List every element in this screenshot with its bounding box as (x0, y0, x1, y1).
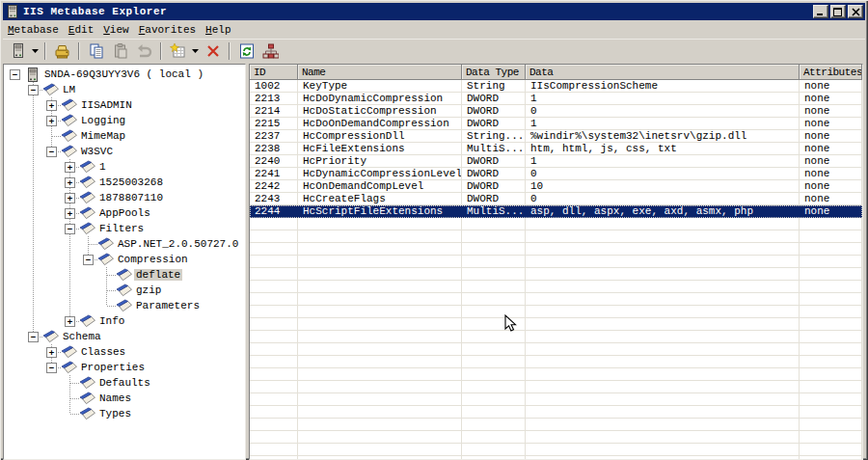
minimize-button[interactable] (813, 5, 828, 18)
tree-item-deflate[interactable]: deflate (4, 267, 245, 283)
list-row-empty[interactable] (250, 268, 862, 281)
tree-item-apppools[interactable]: +AppPools (4, 205, 245, 221)
new-key-button[interactable] (166, 41, 190, 61)
list-row-2215[interactable]: 2215HcDoOnDemandCompressionDWORD1none (250, 118, 862, 130)
list-row-2240[interactable]: 2240HcPriorityDWORD1none (250, 155, 862, 168)
close-button[interactable] (848, 5, 863, 18)
tree-item-names[interactable]: Names (4, 391, 245, 406)
tree-item-compression[interactable]: −Compression (4, 252, 245, 267)
list-row-empty[interactable] (250, 419, 862, 431)
key-icon (116, 284, 132, 298)
list-row-empty[interactable] (250, 343, 862, 356)
column-header-name[interactable]: Name (298, 65, 462, 80)
tree-expander-minus[interactable]: − (28, 332, 39, 342)
tree-item-w3svc[interactable]: −W3SVC (4, 144, 245, 159)
column-header-id[interactable]: ID (250, 65, 298, 80)
list-row-empty[interactable] (250, 444, 862, 456)
list-row-2237[interactable]: 2237HcCompressionDllString...%windir%\sy… (250, 130, 862, 143)
tree-expander-minus[interactable]: − (83, 255, 94, 265)
list-row-empty[interactable] (250, 256, 862, 268)
column-header-data[interactable]: Data (526, 65, 800, 80)
tree-expander-minus[interactable]: − (65, 224, 75, 234)
tree-item-1525003268[interactable]: +1525003268 (4, 175, 245, 190)
title-bar[interactable]: IIS Metabase Explorer (3, 3, 865, 20)
column-header-attributes[interactable]: Attributes (800, 65, 862, 80)
list-row-2243[interactable]: 2243HcCreateFlagsDWORD0none (250, 193, 862, 205)
menu-help[interactable]: Help (201, 21, 235, 39)
tree-item-iisadmin[interactable]: +IISADMIN (4, 97, 245, 113)
delete-button[interactable] (201, 41, 225, 61)
list-row-empty[interactable] (250, 381, 862, 393)
tree-item-asp-net-2-0-50727-0[interactable]: ASP.NET_2.0.50727.0 (4, 236, 245, 252)
tree-item-schema[interactable]: −Schema (4, 329, 245, 344)
tree-expander-plus[interactable]: + (46, 100, 57, 111)
list-row-empty[interactable] (250, 406, 862, 419)
tree-expander-minus[interactable]: − (10, 69, 20, 80)
menu-edit[interactable]: Edit (64, 21, 98, 39)
list-panel: IDNameData TypeDataAttributes 1002KeyTyp… (249, 64, 863, 460)
paste-button[interactable] (108, 41, 132, 61)
mouse-cursor (504, 314, 517, 333)
tree-expander-plus[interactable]: + (65, 162, 75, 173)
tree-expander-minus[interactable]: − (46, 147, 57, 157)
tree-item-gzip[interactable]: gzip (4, 283, 245, 298)
maximize-button[interactable] (830, 5, 846, 18)
list-row-empty[interactable] (250, 230, 862, 243)
tree-expander-plus[interactable]: + (65, 177, 75, 188)
list-row-2213[interactable]: 2213HcDoDynamicCompressionDWORD1none (250, 93, 862, 105)
list-row-empty[interactable] (250, 456, 862, 459)
list-row-empty[interactable] (250, 431, 862, 444)
menu-view[interactable]: View (98, 21, 133, 39)
tree-item-types[interactable]: Types (4, 406, 245, 421)
column-header-data-type[interactable]: Data Type (462, 65, 526, 80)
list-row-empty[interactable] (250, 368, 862, 381)
list-row-2214[interactable]: 2214HcDoStaticCompressionDWORD0none (250, 105, 862, 118)
list-row-1002[interactable]: 1002KeyTypeStringIIsCompressionSchemenon… (250, 80, 862, 93)
tree-item-1[interactable]: +1 (4, 159, 245, 175)
tree-expander-plus[interactable]: + (65, 208, 75, 219)
tree-item-properties[interactable]: −Properties (4, 360, 245, 375)
tree-item-classes[interactable]: +Classes (4, 344, 245, 360)
list-row-2242[interactable]: 2242HcOnDemandCompLevelDWORD10none (250, 180, 862, 193)
tree-item-mimemap[interactable]: MimeMap (4, 128, 245, 144)
list-row-2238[interactable]: 2238HcFileExtensionsMultiS...htm, html, … (250, 143, 862, 155)
list-row-empty[interactable] (250, 293, 862, 306)
tree-expander-plus[interactable]: + (46, 116, 57, 126)
list-row-2244[interactable]: 2244HcScriptFileExtensionsMultiS...asp, … (250, 205, 862, 218)
tree-item-filters[interactable]: −Filters (4, 221, 245, 236)
refresh-button[interactable] (234, 41, 258, 61)
list-row-empty[interactable] (250, 281, 862, 293)
tree-item-info[interactable]: +Info (4, 313, 245, 329)
copy-button[interactable] (84, 41, 108, 61)
tree-item-1878807110[interactable]: +1878807110 (4, 190, 245, 205)
toolbar-separator (229, 42, 231, 60)
list-rows: 1002KeyTypeStringIIsCompressionSchemenon… (250, 80, 862, 459)
export-button[interactable] (50, 41, 74, 61)
list-row-empty[interactable] (250, 356, 862, 368)
new-key-dropdown-icon[interactable] (190, 41, 201, 61)
list-row-empty[interactable] (250, 393, 862, 406)
tree-item-defaults[interactable]: Defaults (4, 375, 245, 391)
tree-expander-plus[interactable]: + (65, 316, 75, 327)
list-row-empty[interactable] (250, 218, 862, 230)
menu-metabase[interactable]: Metabase (3, 21, 64, 39)
list-row-empty[interactable] (250, 318, 862, 331)
connect-server-button[interactable] (6, 41, 30, 61)
list-row-2241[interactable]: 2241HcDynamicCompressionLevelDWORD0none (250, 168, 862, 180)
list-row-empty[interactable] (250, 243, 862, 256)
tree-expander-minus[interactable]: − (46, 363, 57, 373)
list-row-empty[interactable] (250, 306, 862, 318)
tree-item-lm[interactable]: −LM (4, 82, 245, 97)
list-row-empty[interactable] (250, 331, 862, 343)
tree-expander-plus[interactable]: + (65, 193, 75, 203)
tree-item-logging[interactable]: +Logging (4, 113, 245, 128)
tree-item-parameters[interactable]: Parameters (4, 298, 245, 313)
tree-expander-plus[interactable]: + (46, 347, 57, 358)
tree-expander-minus[interactable]: − (28, 85, 39, 95)
window-title: IIS Metabase Explorer (23, 6, 811, 17)
hierarchy-button[interactable] (258, 41, 283, 61)
connect-dropdown-icon[interactable] (30, 41, 41, 61)
undo-button[interactable] (132, 41, 156, 61)
menu-favorites[interactable]: Favorites (134, 21, 201, 39)
tree-item-snda-69q3uyy3v6-local-[interactable]: −SNDA-69Q3UYY3V6 ( local ) (4, 67, 245, 82)
